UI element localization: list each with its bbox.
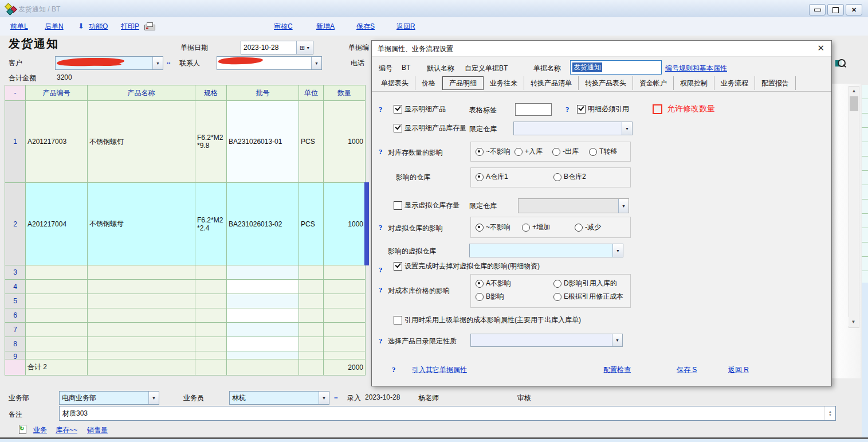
tab-stock[interactable]: 库存~~ — [56, 425, 77, 435]
batch-cell[interactable]: BA231026013-01 — [227, 101, 299, 183]
column-header[interactable]: 数量 — [324, 85, 366, 101]
radio-transfer[interactable]: T转移 — [589, 147, 617, 157]
radio-no-effect[interactable]: ~不影响 — [476, 147, 510, 157]
empty-cell[interactable] — [299, 294, 324, 308]
clear-virtual-checkbox[interactable]: 设置完成时去掉对虚拟仓库的影响(明细物资) — [394, 261, 540, 271]
empty-cell[interactable] — [299, 351, 324, 359]
empty-cell[interactable] — [26, 337, 88, 351]
help-icon[interactable]: ? — [565, 105, 569, 114]
empty-cell[interactable] — [324, 265, 366, 280]
customer-more-button[interactable]: .. — [167, 57, 171, 65]
scrollbar-thumb[interactable] — [850, 96, 858, 111]
table-row[interactable]: 5 — [5, 294, 366, 308]
dialog-save-button[interactable]: 保存 S — [677, 365, 697, 375]
row-number-cell[interactable]: 5 — [5, 294, 26, 308]
table-row[interactable]: 3 — [5, 265, 366, 280]
empty-cell[interactable] — [195, 294, 227, 308]
row-number-cell[interactable]: 2 — [5, 183, 26, 265]
spinner-icon[interactable]: ▲▼ — [824, 406, 835, 420]
table-row[interactable]: 7 — [5, 323, 366, 337]
table-row[interactable]: 4 — [5, 280, 366, 294]
doc-date-picker[interactable]: 2023-10-28 ⊞▼ — [241, 41, 313, 54]
minimize-button[interactable] — [809, 4, 826, 15]
scroll-down-arrow[interactable]: ▼ — [849, 317, 858, 326]
show-detail-stock-checkbox[interactable]: 显示明细产品库存量 — [394, 123, 466, 133]
empty-cell[interactable] — [299, 337, 324, 351]
tab-workflow[interactable]: 业务流程 — [714, 76, 755, 90]
save-button[interactable]: 保存S — [356, 22, 375, 32]
column-header[interactable]: 单位 — [299, 85, 324, 101]
tab-report-config[interactable]: 配置报告 — [755, 76, 796, 90]
vertical-scrollbar[interactable]: ▲ — [849, 86, 859, 328]
calendar-icon[interactable]: ⊞▼ — [296, 41, 313, 54]
printer-icon[interactable] — [144, 22, 155, 30]
empty-cell[interactable] — [299, 265, 324, 280]
next-doc-button[interactable]: 后单N — [45, 22, 64, 32]
chevron-down-icon[interactable]: ▼ — [152, 57, 163, 69]
help-icon[interactable]: ? — [392, 365, 396, 374]
table-row[interactable]: 1 A201217003 不锈钢螺钉 F6.2*M2*9.8 BA2310260… — [5, 101, 366, 183]
unit-cell[interactable]: PCS — [299, 183, 324, 265]
empty-cell[interactable] — [88, 337, 195, 351]
help-icon[interactable]: ? — [379, 337, 383, 346]
tab-permission[interactable]: 权限控制 — [674, 76, 714, 90]
row-number-cell[interactable]: 6 — [5, 308, 26, 323]
empty-cell[interactable] — [88, 351, 195, 359]
empty-cell[interactable] — [26, 294, 88, 308]
empty-cell[interactable] — [324, 337, 366, 351]
column-header[interactable]: 产品名称 — [88, 85, 195, 101]
empty-cell[interactable] — [324, 308, 366, 323]
limit-warehouse-select[interactable]: ▼ — [513, 122, 633, 135]
refresh-doc-icon[interactable]: ↻ — [19, 425, 26, 433]
limit-warehouse2-select[interactable]: ▼ — [518, 198, 629, 213]
radio-stock-in[interactable]: +入库 — [514, 147, 543, 157]
remark-input[interactable]: 材质303 ▲▼ — [59, 406, 836, 421]
tab-business[interactable]: 业务 — [33, 425, 47, 435]
chevron-down-icon[interactable]: ▼ — [311, 57, 321, 69]
qty-cell[interactable]: 1000 — [324, 101, 366, 183]
tab-product-detail[interactable]: 产品明细 — [442, 76, 484, 90]
audit-button[interactable]: 审核C — [274, 22, 293, 32]
empty-cell[interactable] — [299, 308, 324, 323]
empty-cell[interactable] — [195, 337, 227, 351]
empty-cell[interactable] — [26, 265, 88, 280]
radio-virtual-add[interactable]: +增加 — [522, 222, 550, 232]
column-header[interactable]: - — [5, 85, 26, 101]
show-virtual-checkbox[interactable]: 显示虚拟仓库存量 — [394, 201, 459, 210]
empty-cell[interactable] — [299, 323, 324, 337]
product-code-cell[interactable]: A201217003 — [26, 101, 88, 183]
row-number-cell[interactable]: 7 — [5, 323, 26, 337]
empty-cell[interactable] — [88, 294, 195, 308]
must-ref-checkbox[interactable]: 明细必须引用 — [577, 104, 629, 114]
search-icon[interactable] — [835, 58, 847, 69]
chevron-down-icon[interactable]: ▼ — [319, 392, 329, 404]
empty-cell[interactable] — [227, 323, 299, 337]
tab-price[interactable]: 价格 — [415, 76, 442, 90]
table-row[interactable]: 8 — [5, 337, 366, 351]
help-icon[interactable]: ? — [379, 223, 383, 232]
product-name-cell[interactable]: 不锈钢螺钉 — [88, 101, 195, 183]
prev-doc-button[interactable]: 前单L — [10, 22, 28, 32]
tab-convert-header[interactable]: 转换产品表头 — [579, 76, 633, 90]
table-row[interactable]: 6 — [5, 308, 366, 323]
print-button[interactable]: 打印P — [121, 22, 139, 32]
show-detail-checkbox[interactable]: 显示明细产品 — [394, 104, 446, 114]
maximize-button[interactable] — [827, 4, 844, 15]
column-header[interactable]: 产品编号 — [26, 85, 88, 101]
doc-name-input[interactable]: 发货通知 — [570, 60, 662, 75]
empty-cell[interactable] — [227, 294, 299, 308]
empty-cell[interactable] — [88, 308, 195, 323]
empty-cell[interactable] — [26, 351, 88, 359]
radio-cost-correct[interactable]: E根据引用修正成本 — [553, 292, 623, 302]
radio-cost-none[interactable]: A不影响 — [476, 279, 511, 288]
catalog-select[interactable]: ▼ — [470, 334, 623, 347]
empty-cell[interactable] — [26, 280, 88, 294]
spec-cell[interactable]: F6.2*M2*9.8 — [195, 101, 227, 183]
help-icon[interactable]: ? — [379, 285, 383, 295]
empty-cell[interactable] — [195, 265, 227, 280]
product-name-cell[interactable]: 不锈钢螺母 — [88, 183, 195, 265]
chevron-down-icon[interactable]: ▼ — [612, 334, 622, 346]
dept-select[interactable]: 电商业务部 ▼ — [59, 391, 159, 405]
config-check-link[interactable]: 配置检查 — [603, 365, 631, 375]
empty-cell[interactable] — [195, 280, 227, 294]
